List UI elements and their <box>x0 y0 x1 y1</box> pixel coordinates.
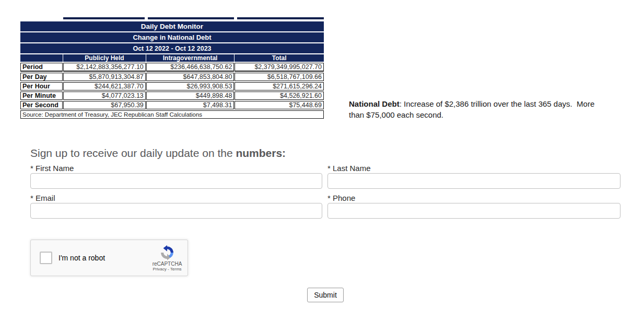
last-name-label: * Last Name <box>327 163 620 173</box>
recaptcha-terms-link[interactable]: Terms <box>170 267 182 271</box>
top-bar-segment <box>237 17 324 19</box>
table-subtitle: Change in National Debt <box>20 32 324 42</box>
recaptcha-brand-name: reCAPTCHA <box>153 261 182 267</box>
cell-value: $7,498.31 <box>146 101 235 109</box>
cell-value: $4,526,921.60 <box>235 92 324 100</box>
row-label: Per Minute <box>20 92 63 100</box>
recaptcha-checkbox[interactable] <box>40 252 52 264</box>
recaptcha-link-separator: - <box>167 267 170 271</box>
table-title: Daily Debt Monitor <box>20 21 324 31</box>
cell-value: $4,077,023.13 <box>63 92 146 100</box>
cell-value: $75,448.69 <box>235 101 324 109</box>
cell-value: $2,379,349,995,027.70 <box>235 63 324 72</box>
recaptcha-checkbox-label: I'm not a robot <box>58 254 105 262</box>
recaptcha-logo-icon <box>159 245 175 260</box>
cell-value: $236,466,638,750.62 <box>146 63 235 72</box>
last-name-input[interactable] <box>327 173 620 189</box>
phone-label: * Phone <box>327 193 620 203</box>
phone-input[interactable] <box>327 203 620 219</box>
national-debt-summary: National Debt: Increase of $2,386 trilli… <box>349 98 608 120</box>
table-source-note: Source: Department of Treasury, JEC Repu… <box>20 110 324 119</box>
column-header-publicly-held: Publicly Held <box>63 54 146 62</box>
column-header-total: Total <box>235 54 324 62</box>
signup-heading: Sign up to receive our daily update on t… <box>30 147 286 160</box>
table-row: Per Minute $4,077,023.13 $449,898.48 $4,… <box>20 92 324 100</box>
first-name-label: * First Name <box>30 163 322 173</box>
cell-value: $271,615,296.24 <box>235 82 324 90</box>
email-label: * Email <box>30 193 322 203</box>
column-header-empty <box>20 54 63 62</box>
first-name-input[interactable] <box>30 173 322 189</box>
row-label: Per Second <box>20 101 63 109</box>
recaptcha-privacy-link[interactable]: Privacy <box>153 267 166 271</box>
recaptcha-widget: I'm not a robot reCAPTCHA Privacy - Term… <box>30 240 188 276</box>
table-date-range: Oct 12 2022 - Oct 12 2023 <box>20 43 324 53</box>
table-row: Per Second $67,950.39 $7,498.31 $75,448.… <box>20 101 324 109</box>
column-header-intragovernmental: Intragovernmental <box>146 54 235 62</box>
daily-debt-monitor-table: Daily Debt Monitor Change in National De… <box>20 17 324 120</box>
cell-value: $449,898.48 <box>146 92 235 100</box>
row-label: Period <box>20 63 63 72</box>
summary-label: National Debt <box>349 99 400 108</box>
row-label: Per Day <box>20 73 63 81</box>
submit-button[interactable]: Submit <box>307 288 344 302</box>
top-bar-segment <box>63 17 145 19</box>
cell-value: $6,518,767,109.66 <box>235 73 324 81</box>
cell-value: $244,621,387.70 <box>63 82 146 90</box>
cell-value: $5,870,913,304.87 <box>63 73 146 81</box>
recaptcha-brand: reCAPTCHA Privacy - Terms <box>150 245 184 271</box>
table-row: Period $2,142,883,356,277.10 $236,466,63… <box>20 63 324 72</box>
top-bar-segment <box>148 17 234 19</box>
page: Daily Debt Monitor Change in National De… <box>0 0 644 318</box>
row-label: Per Hour <box>20 82 63 90</box>
signup-form: * First Name * Last Name * Email * Phone <box>30 163 620 219</box>
table-top-border-bars <box>63 17 324 19</box>
cell-value: $67,950.39 <box>63 101 146 109</box>
table-row: Per Hour $244,621,387.70 $26,993,908.53 … <box>20 82 324 90</box>
cell-value: $647,853,804.80 <box>146 73 235 81</box>
signup-heading-bold: numbers: <box>236 147 286 159</box>
table-row: Per Day $5,870,913,304.87 $647,853,804.8… <box>20 73 324 81</box>
cell-value: $2,142,883,356,277.10 <box>63 63 146 72</box>
recaptcha-links: Privacy - Terms <box>153 267 181 271</box>
email-input[interactable] <box>30 203 322 219</box>
signup-heading-normal: Sign up to receive our daily update on t… <box>30 147 236 159</box>
cell-value: $26,993,908.53 <box>146 82 235 90</box>
